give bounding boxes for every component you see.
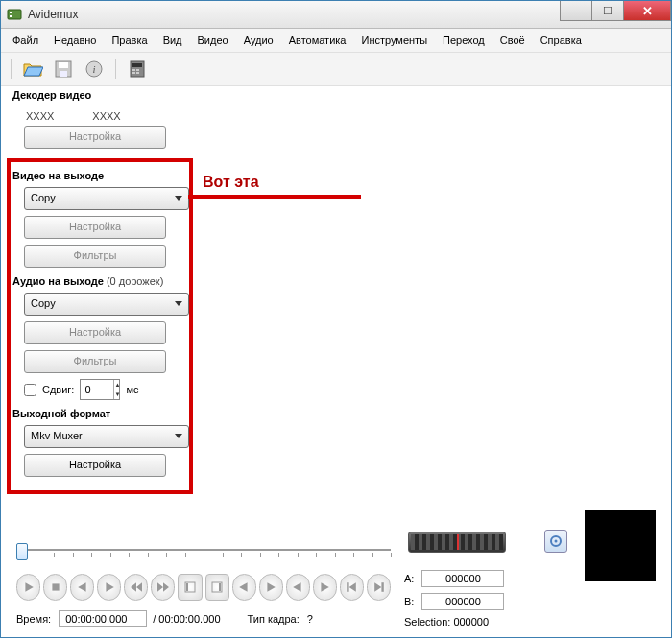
first-frame-button[interactable] <box>340 574 364 601</box>
audio-filters-button[interactable]: Фильтры <box>24 350 166 373</box>
jog-wheel[interactable] <box>408 532 506 553</box>
last-frame-button[interactable] <box>367 574 391 601</box>
video-filters-button[interactable]: Фильтры <box>24 245 166 268</box>
video-codec-select[interactable]: Copy <box>24 187 189 210</box>
time-info-row: Время: 00:00:00.000 / 00:00:00.000 Тип к… <box>16 610 391 627</box>
menu-go[interactable]: Переход <box>435 33 492 48</box>
duration-text: / 00:00:00.000 <box>153 613 220 625</box>
save-icon[interactable] <box>52 58 75 81</box>
svg-rect-1 <box>10 12 12 13</box>
titlebar: Avidemux — ☐ ✕ <box>1 1 671 29</box>
menu-video[interactable]: Видео <box>190 33 236 48</box>
svg-rect-4 <box>59 62 68 68</box>
selection-text: Selection: 000000 <box>404 616 654 627</box>
decoder-info: XXXX XXXX <box>12 106 185 126</box>
audio-shift-input[interactable] <box>81 383 113 396</box>
menu-recent[interactable]: Недавно <box>46 33 104 48</box>
decoder-panel: Декодер видео XXXX XXXX Настройка <box>12 85 185 154</box>
next-frame-button[interactable] <box>97 574 121 601</box>
info-icon[interactable]: i <box>83 58 106 81</box>
prev-black-button[interactable] <box>286 574 310 601</box>
set-marker-b-button[interactable] <box>205 574 229 601</box>
video-preview <box>585 510 656 581</box>
audio-codec-select[interactable]: Copy <box>24 293 189 316</box>
timeline-slider[interactable] <box>16 541 391 558</box>
spinner-down-icon[interactable]: ▼ <box>114 390 120 399</box>
muxer-configure-button[interactable]: Настройка <box>24 454 166 477</box>
window-controls: — ☐ ✕ <box>561 1 671 21</box>
slider-ticks <box>16 553 391 557</box>
audio-output-panel: Аудио на выходе (0 дорожек) Copy Настрой… <box>12 272 185 406</box>
spinner-arrows[interactable]: ▲▼ <box>113 380 120 399</box>
spinner-up-icon[interactable]: ▲ <box>114 380 120 390</box>
next-keyframe-button[interactable] <box>151 574 175 601</box>
svg-rect-12 <box>132 72 135 74</box>
svg-rect-5 <box>60 71 67 77</box>
marker-a-field[interactable]: 000000 <box>421 570 504 587</box>
prev-keyframe-button[interactable] <box>124 574 148 601</box>
svg-text:i: i <box>92 63 95 75</box>
toolbar-separator <box>115 59 116 79</box>
audio-output-title-text: Аудио на выходе <box>12 275 104 287</box>
menu-tools[interactable]: Инструменты <box>353 33 435 48</box>
menu-edit[interactable]: Правка <box>104 33 155 48</box>
close-button[interactable]: ✕ <box>623 1 671 21</box>
frametype-label: Тип кадра: <box>248 613 300 625</box>
prev-cut-button[interactable] <box>232 574 256 601</box>
marker-b-label: B: <box>404 596 414 607</box>
svg-rect-0 <box>8 10 21 19</box>
stop-button[interactable] <box>43 574 67 601</box>
annotation-arrow <box>188 195 361 199</box>
audio-shift-checkbox[interactable] <box>24 384 36 396</box>
audio-tracks-count: (0 дорожек) <box>107 275 163 287</box>
menu-auto[interactable]: Автоматика <box>281 33 354 48</box>
slider-thumb[interactable] <box>16 543 28 560</box>
selection-value: 000000 <box>453 616 489 627</box>
calculator-icon[interactable] <box>126 58 149 81</box>
decoder-configure-button[interactable]: Настройка <box>24 126 166 149</box>
timeline-area: Время: 00:00:00.000 / 00:00:00.000 Тип к… <box>16 541 391 627</box>
svg-rect-18 <box>381 582 383 592</box>
slider-line <box>16 549 391 551</box>
decoder-field-1: XXXX <box>26 110 54 122</box>
decoder-title: Декодер видео <box>12 89 185 101</box>
audio-configure-button[interactable]: Настройка <box>24 321 166 344</box>
jog-reset-button[interactable] <box>544 530 567 553</box>
prev-frame-button[interactable] <box>70 574 94 601</box>
svg-rect-10 <box>132 69 135 71</box>
audio-shift-unit: мс <box>126 384 138 395</box>
minimize-button[interactable]: — <box>560 1 592 21</box>
menu-help[interactable]: Справка <box>533 33 589 48</box>
set-marker-a-button[interactable] <box>178 574 202 601</box>
svg-rect-9 <box>132 63 142 67</box>
output-format-title: Выходной формат <box>12 408 185 419</box>
menu-file[interactable]: Файл <box>5 33 46 48</box>
audio-output-title: Аудио на выходе (0 дорожек) <box>12 275 185 287</box>
content-area: Декодер видео XXXX XXXX Настройка Видео … <box>1 82 671 637</box>
play-button[interactable] <box>16 574 40 601</box>
open-icon[interactable] <box>21 58 44 81</box>
annotation-text: Вот эта <box>203 174 259 191</box>
next-cut-button[interactable] <box>259 574 283 601</box>
app-window: Avidemux — ☐ ✕ Файл Недавно Правка Вид В… <box>0 0 672 638</box>
video-configure-button[interactable]: Настройка <box>24 216 166 239</box>
muxer-select[interactable]: Mkv Muxer <box>24 425 189 448</box>
window-title: Avidemux <box>28 8 78 21</box>
menu-custom[interactable]: Своё <box>492 33 533 48</box>
selection-label: Selection: <box>404 616 450 627</box>
svg-rect-2 <box>10 15 12 17</box>
toolbar-separator <box>11 59 12 79</box>
next-black-button[interactable] <box>313 574 337 601</box>
svg-rect-14 <box>52 583 59 590</box>
marker-b-field[interactable]: 000000 <box>421 593 504 610</box>
menu-audio[interactable]: Аудио <box>236 33 281 48</box>
transport-controls <box>16 574 391 601</box>
menu-view[interactable]: Вид <box>156 33 190 48</box>
maximize-button[interactable]: ☐ <box>591 1 624 21</box>
output-format-panel: Выходной формат Mkv Muxer Настройка <box>12 404 185 483</box>
time-field[interactable]: 00:00:00.000 <box>59 610 147 627</box>
audio-shift-spinner[interactable]: ▲▼ <box>80 379 120 400</box>
audio-shift-row: Сдвиг: ▲▼ мс <box>24 379 185 400</box>
svg-point-20 <box>555 540 558 543</box>
video-output-title: Видео на выходе <box>12 170 185 181</box>
